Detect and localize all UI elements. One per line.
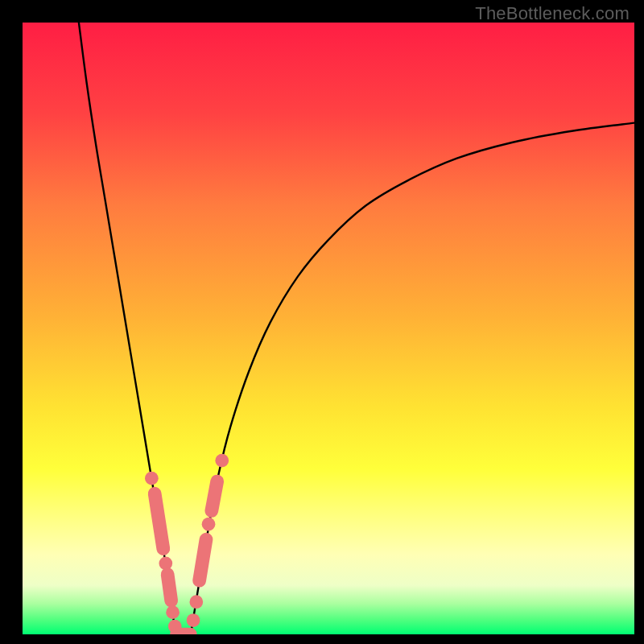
data-marker: [189, 595, 203, 609]
curve-layer: [23, 23, 634, 634]
data-marker: [215, 454, 229, 468]
data-marker-capsule: [167, 575, 171, 601]
data-marker-capsule: [155, 493, 163, 548]
chart-frame: TheBottleneck.com: [0, 0, 644, 644]
data-marker-capsule: [212, 481, 217, 510]
curve-markers: [145, 454, 229, 634]
watermark-text: TheBottleneck.com: [475, 3, 630, 24]
data-marker-capsule: [200, 539, 206, 580]
data-marker: [145, 472, 159, 485]
plot-area: [23, 23, 634, 634]
data-marker: [202, 518, 216, 531]
data-marker: [187, 613, 200, 627]
data-marker: [166, 605, 180, 619]
